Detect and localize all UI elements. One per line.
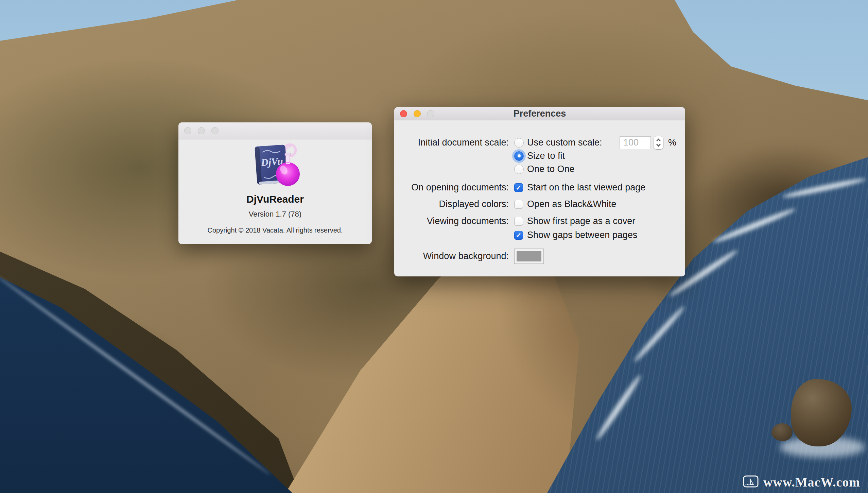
minimize-button[interactable] bbox=[198, 127, 205, 134]
row-viewing-cover: Viewing documents: Show first page as a … bbox=[394, 215, 685, 228]
checkmark-icon: ✓ bbox=[516, 232, 522, 239]
checkbox-open-black-white[interactable] bbox=[514, 200, 523, 209]
djvureader-app-icon: DjVu bbox=[246, 143, 304, 187]
desktop: DjVu DjVuReader Version 1.7 (78) Copyrig… bbox=[0, 0, 868, 493]
radio-size-to-fit-label[interactable]: Size to fit bbox=[527, 151, 565, 161]
preferences-content: Initial document scale: Use custom scale… bbox=[394, 120, 685, 264]
row-displayed-colors: Displayed colors: Open as Black&White bbox=[394, 198, 685, 211]
stepper-down-icon[interactable] bbox=[656, 142, 661, 147]
window-background-label: Window background: bbox=[394, 251, 514, 261]
row-one-to-one: One to One bbox=[394, 163, 685, 176]
custom-scale-input[interactable]: 100 bbox=[620, 136, 651, 149]
close-button[interactable] bbox=[400, 110, 407, 117]
about-traffic-lights bbox=[184, 122, 219, 139]
radio-one-to-one-label[interactable]: One to One bbox=[527, 164, 575, 174]
row-window-background: Window background: bbox=[394, 248, 685, 264]
about-window: DjVu DjVuReader Version 1.7 (78) Copyrig… bbox=[178, 122, 372, 244]
zoom-button[interactable] bbox=[427, 110, 434, 117]
initial-scale-label: Initial document scale: bbox=[394, 137, 514, 148]
about-titlebar[interactable] bbox=[178, 122, 372, 139]
row-size-to-fit: Size to fit bbox=[394, 149, 685, 163]
radio-use-custom-scale-label[interactable]: Use custom scale: bbox=[527, 137, 602, 148]
checkbox-open-black-white-label[interactable]: Open as Black&White bbox=[527, 199, 617, 209]
radio-one-to-one[interactable] bbox=[514, 165, 524, 174]
preferences-window: Preferences Initial document scale: Use … bbox=[394, 107, 685, 276]
watermark-text: www.MacW.com bbox=[763, 475, 860, 490]
checkbox-start-last-page[interactable]: ✓ bbox=[514, 183, 523, 192]
viewing-documents-label: Viewing documents: bbox=[394, 216, 514, 226]
row-initial-scale: Initial document scale: Use custom scale… bbox=[394, 136, 685, 149]
window-title: Preferences bbox=[514, 108, 566, 119]
checkbox-gaps-between-pages-label[interactable]: Show gaps between pages bbox=[527, 230, 637, 240]
checkbox-start-last-page-label[interactable]: Start on the last viewed page bbox=[527, 182, 645, 193]
checkmark-icon: ✓ bbox=[516, 184, 522, 191]
preferences-titlebar[interactable]: Preferences bbox=[394, 107, 685, 120]
app-version: Version 1.7 (78) bbox=[249, 210, 301, 219]
window-background-color-well[interactable] bbox=[514, 249, 544, 264]
row-viewing-gaps: ✓ Show gaps between pages bbox=[394, 228, 685, 242]
row-on-opening: On opening documents: ✓ Start on the las… bbox=[394, 181, 685, 194]
minimize-button[interactable] bbox=[414, 110, 421, 117]
checkbox-first-page-cover[interactable] bbox=[514, 217, 523, 226]
custom-scale-stepper[interactable] bbox=[654, 136, 663, 149]
zoom-button[interactable] bbox=[211, 127, 219, 134]
radio-use-custom-scale[interactable] bbox=[514, 138, 524, 148]
watermark: www.MacW.com bbox=[743, 475, 860, 490]
percent-label: % bbox=[668, 137, 676, 148]
preferences-traffic-lights bbox=[400, 107, 434, 120]
color-swatch bbox=[517, 251, 541, 261]
about-content: DjVu DjVuReader Version 1.7 (78) Copyrig… bbox=[178, 139, 372, 234]
displayed-colors-label: Displayed colors: bbox=[394, 199, 514, 209]
close-button[interactable] bbox=[184, 127, 191, 134]
radio-size-to-fit[interactable] bbox=[514, 151, 524, 161]
checkbox-first-page-cover-label[interactable]: Show first page as a cover bbox=[527, 216, 635, 226]
wallpaper-rock bbox=[771, 423, 793, 441]
monitor-icon bbox=[743, 475, 759, 489]
app-copyright: Copyright © 2018 Vacata. All rights rese… bbox=[208, 226, 343, 234]
on-opening-label: On opening documents: bbox=[394, 182, 514, 193]
app-name: DjVuReader bbox=[246, 193, 304, 205]
checkbox-gaps-between-pages[interactable]: ✓ bbox=[514, 231, 523, 240]
